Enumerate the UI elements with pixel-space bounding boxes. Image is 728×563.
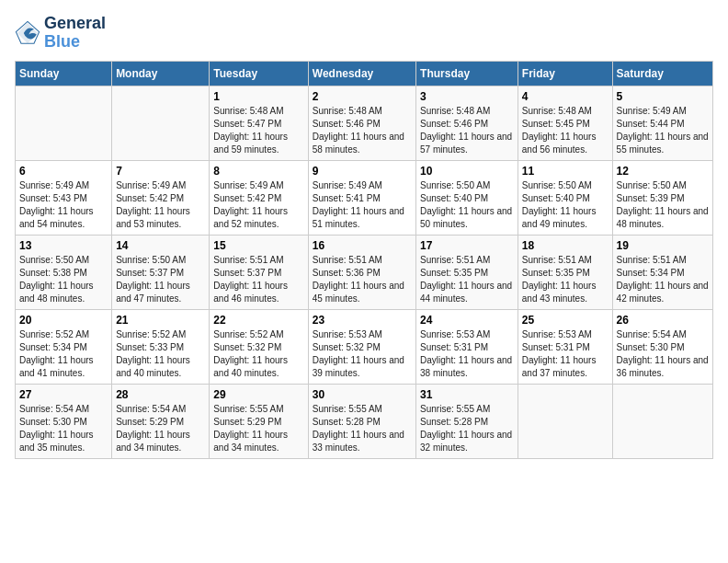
col-header-wednesday: Wednesday bbox=[308, 61, 415, 86]
calendar-cell: 17Sunrise: 5:51 AMSunset: 5:35 PMDayligh… bbox=[416, 235, 518, 309]
logo-icon bbox=[15, 20, 40, 46]
week-row-3: 13Sunrise: 5:50 AMSunset: 5:38 PMDayligh… bbox=[16, 235, 713, 309]
day-info: Sunrise: 5:48 AMSunset: 5:46 PMDaylight:… bbox=[420, 105, 514, 156]
day-number: 19 bbox=[617, 239, 709, 252]
day-info: Sunrise: 5:50 AMSunset: 5:38 PMDaylight:… bbox=[19, 254, 108, 305]
day-number: 27 bbox=[19, 388, 108, 401]
day-number: 18 bbox=[522, 239, 609, 252]
col-header-saturday: Saturday bbox=[612, 61, 712, 86]
day-info: Sunrise: 5:52 AMSunset: 5:32 PMDaylight:… bbox=[213, 328, 303, 380]
day-info: Sunrise: 5:49 AMSunset: 5:44 PMDaylight:… bbox=[617, 105, 709, 156]
calendar-cell: 28Sunrise: 5:54 AMSunset: 5:29 PMDayligh… bbox=[112, 384, 210, 458]
page-header: General Blue bbox=[15, 15, 713, 52]
calendar-cell: 16Sunrise: 5:51 AMSunset: 5:36 PMDayligh… bbox=[308, 235, 415, 309]
calendar-cell bbox=[16, 86, 112, 160]
day-number: 21 bbox=[116, 314, 205, 327]
day-number: 6 bbox=[19, 165, 108, 178]
calendar-cell: 14Sunrise: 5:50 AMSunset: 5:37 PMDayligh… bbox=[112, 235, 210, 309]
week-row-4: 20Sunrise: 5:52 AMSunset: 5:34 PMDayligh… bbox=[16, 309, 713, 384]
col-header-tuesday: Tuesday bbox=[210, 61, 308, 86]
calendar-cell: 19Sunrise: 5:51 AMSunset: 5:34 PMDayligh… bbox=[612, 235, 712, 309]
day-number: 2 bbox=[313, 90, 412, 103]
day-info: Sunrise: 5:50 AMSunset: 5:39 PMDaylight:… bbox=[617, 179, 709, 231]
calendar-cell: 15Sunrise: 5:51 AMSunset: 5:37 PMDayligh… bbox=[210, 235, 308, 309]
calendar-cell: 21Sunrise: 5:52 AMSunset: 5:33 PMDayligh… bbox=[112, 309, 210, 384]
calendar-cell: 30Sunrise: 5:55 AMSunset: 5:28 PMDayligh… bbox=[308, 384, 415, 458]
day-info: Sunrise: 5:54 AMSunset: 5:29 PMDaylight:… bbox=[116, 403, 205, 454]
calendar-cell: 4Sunrise: 5:48 AMSunset: 5:45 PMDaylight… bbox=[518, 86, 612, 160]
day-number: 13 bbox=[19, 239, 108, 252]
day-info: Sunrise: 5:50 AMSunset: 5:40 PMDaylight:… bbox=[522, 179, 609, 231]
day-number: 16 bbox=[313, 239, 412, 252]
day-number: 12 bbox=[617, 165, 709, 178]
day-number: 1 bbox=[213, 90, 303, 103]
calendar-cell: 18Sunrise: 5:51 AMSunset: 5:35 PMDayligh… bbox=[518, 235, 612, 309]
calendar-cell: 24Sunrise: 5:53 AMSunset: 5:31 PMDayligh… bbox=[416, 309, 518, 384]
day-info: Sunrise: 5:55 AMSunset: 5:28 PMDaylight:… bbox=[313, 403, 412, 454]
day-info: Sunrise: 5:51 AMSunset: 5:35 PMDaylight:… bbox=[420, 254, 514, 305]
calendar-cell: 9Sunrise: 5:49 AMSunset: 5:41 PMDaylight… bbox=[308, 160, 415, 235]
calendar-cell: 11Sunrise: 5:50 AMSunset: 5:40 PMDayligh… bbox=[518, 160, 612, 235]
day-info: Sunrise: 5:50 AMSunset: 5:37 PMDaylight:… bbox=[116, 254, 205, 305]
day-number: 9 bbox=[313, 165, 412, 178]
calendar-cell: 29Sunrise: 5:55 AMSunset: 5:29 PMDayligh… bbox=[210, 384, 308, 458]
calendar-cell: 31Sunrise: 5:55 AMSunset: 5:28 PMDayligh… bbox=[416, 384, 518, 458]
day-number: 5 bbox=[617, 90, 709, 103]
day-number: 11 bbox=[522, 165, 609, 178]
day-info: Sunrise: 5:52 AMSunset: 5:33 PMDaylight:… bbox=[116, 328, 205, 380]
calendar-cell bbox=[612, 384, 712, 458]
calendar-cell: 1Sunrise: 5:48 AMSunset: 5:47 PMDaylight… bbox=[210, 86, 308, 160]
day-number: 23 bbox=[313, 314, 412, 327]
week-row-2: 6Sunrise: 5:49 AMSunset: 5:43 PMDaylight… bbox=[16, 160, 713, 235]
day-info: Sunrise: 5:48 AMSunset: 5:47 PMDaylight:… bbox=[213, 105, 303, 156]
day-info: Sunrise: 5:51 AMSunset: 5:34 PMDaylight:… bbox=[617, 254, 709, 305]
calendar-cell: 22Sunrise: 5:52 AMSunset: 5:32 PMDayligh… bbox=[210, 309, 308, 384]
week-row-1: 1Sunrise: 5:48 AMSunset: 5:47 PMDaylight… bbox=[16, 86, 713, 160]
day-number: 4 bbox=[522, 90, 609, 103]
day-number: 3 bbox=[420, 90, 514, 103]
day-info: Sunrise: 5:48 AMSunset: 5:46 PMDaylight:… bbox=[313, 105, 412, 156]
day-number: 28 bbox=[116, 388, 205, 401]
day-number: 20 bbox=[19, 314, 108, 327]
col-header-sunday: Sunday bbox=[16, 61, 112, 86]
calendar-cell: 6Sunrise: 5:49 AMSunset: 5:43 PMDaylight… bbox=[16, 160, 112, 235]
calendar-cell: 7Sunrise: 5:49 AMSunset: 5:42 PMDaylight… bbox=[112, 160, 210, 235]
col-header-thursday: Thursday bbox=[416, 61, 518, 86]
day-number: 7 bbox=[116, 165, 205, 178]
day-info: Sunrise: 5:52 AMSunset: 5:34 PMDaylight:… bbox=[19, 328, 108, 380]
day-number: 8 bbox=[213, 165, 303, 178]
day-number: 25 bbox=[522, 314, 609, 327]
day-info: Sunrise: 5:51 AMSunset: 5:36 PMDaylight:… bbox=[313, 254, 412, 305]
day-number: 22 bbox=[213, 314, 303, 327]
day-number: 14 bbox=[116, 239, 205, 252]
day-info: Sunrise: 5:53 AMSunset: 5:31 PMDaylight:… bbox=[522, 328, 609, 380]
day-info: Sunrise: 5:53 AMSunset: 5:31 PMDaylight:… bbox=[420, 328, 514, 380]
day-number: 17 bbox=[420, 239, 514, 252]
day-info: Sunrise: 5:54 AMSunset: 5:30 PMDaylight:… bbox=[617, 328, 709, 380]
col-header-friday: Friday bbox=[518, 61, 612, 86]
calendar-cell: 8Sunrise: 5:49 AMSunset: 5:42 PMDaylight… bbox=[210, 160, 308, 235]
calendar-cell: 27Sunrise: 5:54 AMSunset: 5:30 PMDayligh… bbox=[16, 384, 112, 458]
calendar-cell: 10Sunrise: 5:50 AMSunset: 5:40 PMDayligh… bbox=[416, 160, 518, 235]
calendar-cell: 26Sunrise: 5:54 AMSunset: 5:30 PMDayligh… bbox=[612, 309, 712, 384]
logo-text: General Blue bbox=[44, 15, 106, 52]
day-number: 30 bbox=[313, 388, 412, 401]
day-info: Sunrise: 5:49 AMSunset: 5:42 PMDaylight:… bbox=[116, 179, 205, 231]
calendar-cell: 20Sunrise: 5:52 AMSunset: 5:34 PMDayligh… bbox=[16, 309, 112, 384]
calendar-cell: 12Sunrise: 5:50 AMSunset: 5:39 PMDayligh… bbox=[612, 160, 712, 235]
day-number: 26 bbox=[617, 314, 709, 327]
day-info: Sunrise: 5:53 AMSunset: 5:32 PMDaylight:… bbox=[313, 328, 412, 380]
calendar-table: SundayMondayTuesdayWednesdayThursdayFrid… bbox=[15, 61, 713, 459]
calendar-cell: 13Sunrise: 5:50 AMSunset: 5:38 PMDayligh… bbox=[16, 235, 112, 309]
calendar-cell: 5Sunrise: 5:49 AMSunset: 5:44 PMDaylight… bbox=[612, 86, 712, 160]
calendar-cell bbox=[518, 384, 612, 458]
calendar-cell: 2Sunrise: 5:48 AMSunset: 5:46 PMDaylight… bbox=[308, 86, 415, 160]
day-number: 29 bbox=[213, 388, 303, 401]
day-info: Sunrise: 5:49 AMSunset: 5:42 PMDaylight:… bbox=[213, 179, 303, 231]
day-number: 24 bbox=[420, 314, 514, 327]
calendar-cell bbox=[112, 86, 210, 160]
calendar-cell: 3Sunrise: 5:48 AMSunset: 5:46 PMDaylight… bbox=[416, 86, 518, 160]
week-row-5: 27Sunrise: 5:54 AMSunset: 5:30 PMDayligh… bbox=[16, 384, 713, 458]
day-info: Sunrise: 5:48 AMSunset: 5:45 PMDaylight:… bbox=[522, 105, 609, 156]
day-number: 10 bbox=[420, 165, 514, 178]
